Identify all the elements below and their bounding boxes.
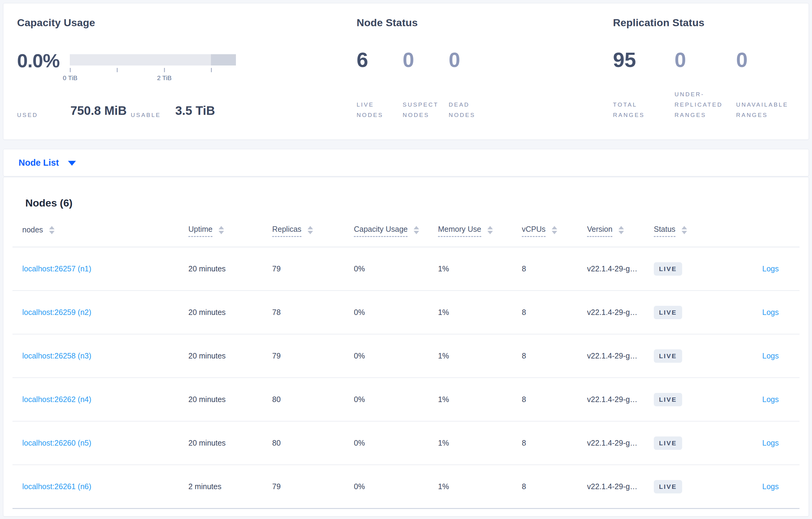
gauge-tick-label-0: 0 TiB <box>63 74 78 82</box>
node-link[interactable]: localhost:26258 (n3) <box>22 352 91 360</box>
live-nodes-label: LIVE NODES <box>357 100 394 120</box>
node-status-panel: Node Status 6 0 0 LIVE NODES SUSPECT NOD… <box>357 3 607 140</box>
column-header-uptime[interactable]: Uptime <box>188 225 272 237</box>
live-nodes-count: 6 <box>357 48 368 71</box>
gauge-tick-label-2: 2 TiB <box>157 74 172 82</box>
under-replicated-count: 0 <box>674 48 686 71</box>
replication-status-title: Replication Status <box>613 17 704 29</box>
node-list-dropdown-label: Node List <box>19 158 59 168</box>
sort-icon <box>308 226 313 234</box>
memory-cell: 1% <box>438 264 522 273</box>
capacity-percent-value: 0.0% <box>17 50 60 71</box>
gauge-tick <box>164 68 165 72</box>
replicas-cell: 79 <box>272 264 354 273</box>
version-cell: v22.1.4-29-g… <box>587 308 654 317</box>
capacity-cell: 0% <box>354 482 438 491</box>
replication-labels: TOTAL RANGES UNDER-REPLICATED RANGES UNA… <box>613 86 798 120</box>
vcpus-cell: 8 <box>522 395 587 404</box>
capacity-gauge: 0 TiB 2 TiB <box>70 54 236 65</box>
table-row: localhost:26259 (n2) 20 minutes 78 0% 1%… <box>12 291 800 334</box>
replicas-cell: 80 <box>272 438 354 448</box>
status-badge: LIVE <box>654 393 682 406</box>
logs-link[interactable]: Logs <box>762 352 779 360</box>
node-link[interactable]: localhost:26259 (n2) <box>22 308 91 317</box>
gauge-tick <box>117 68 118 72</box>
node-link[interactable]: localhost:26262 (n4) <box>22 395 91 404</box>
node-status-labels: LIVE NODES SUSPECT NODES DEAD NODES <box>357 86 495 120</box>
version-cell: v22.1.4-29-g… <box>587 438 654 448</box>
view-selector-card: Node List <box>3 149 809 176</box>
sort-icon <box>49 226 55 234</box>
table-row: localhost:26262 (n4) 20 minutes 80 0% 1%… <box>12 378 800 422</box>
status-badge: LIVE <box>654 436 682 450</box>
logs-link[interactable]: Logs <box>762 395 779 404</box>
capacity-cell: 0% <box>354 438 438 448</box>
version-cell: v22.1.4-29-g… <box>587 395 654 404</box>
replicas-cell: 80 <box>272 395 354 404</box>
unavailable-count: 0 <box>736 48 748 71</box>
nodes-table-card: Nodes (6) nodes Uptime Replicas Capacity… <box>3 177 809 517</box>
node-status-title: Node Status <box>357 17 418 29</box>
table-row: localhost:26257 (n1) 20 minutes 79 0% 1%… <box>12 247 800 291</box>
usable-value: 3.5 TiB <box>175 104 215 118</box>
suspect-nodes-count: 0 <box>403 48 414 71</box>
dead-nodes-count: 0 <box>449 48 460 71</box>
gauge-tick <box>70 68 71 72</box>
used-label: USED <box>17 112 38 119</box>
gauge-tick <box>211 68 212 72</box>
node-status-numbers: 6 0 0 <box>357 48 495 71</box>
suspect-nodes-label: SUSPECT NODES <box>403 100 440 120</box>
column-header-vcpus[interactable]: vCPUs <box>522 225 587 237</box>
capacity-gauge-bar <box>70 54 236 65</box>
node-link[interactable]: localhost:26260 (n5) <box>22 438 91 448</box>
memory-cell: 1% <box>438 395 522 404</box>
node-list-dropdown[interactable]: Node List <box>19 158 76 168</box>
uptime-cell: 20 minutes <box>188 438 272 448</box>
replication-status-panel: Replication Status 95 0 0 TOTAL RANGES U… <box>613 3 811 140</box>
capacity-usage-panel: Capacity Usage 0.0% 0 TiB 2 TiB USED 750… <box>17 3 346 140</box>
sort-icon <box>414 226 419 234</box>
replicas-cell: 78 <box>272 308 354 317</box>
column-header-capacity-usage[interactable]: Capacity Usage <box>354 225 438 237</box>
memory-cell: 1% <box>438 308 522 317</box>
memory-cell: 1% <box>438 482 522 491</box>
column-header-replicas[interactable]: Replicas <box>272 225 354 237</box>
status-badge: LIVE <box>654 349 682 363</box>
uptime-cell: 20 minutes <box>188 352 272 360</box>
column-header-status[interactable]: Status <box>654 225 719 237</box>
under-replicated-label: UNDER-REPLICATED RANGES <box>674 89 721 120</box>
nodes-table-title: Nodes (6) <box>25 197 809 209</box>
used-value: 750.8 MiB <box>70 104 127 118</box>
vcpus-cell: 8 <box>522 482 587 491</box>
capacity-cell: 0% <box>354 395 438 404</box>
logs-link[interactable]: Logs <box>762 438 779 448</box>
column-header-version[interactable]: Version <box>587 225 654 237</box>
uptime-cell: 20 minutes <box>188 395 272 404</box>
replicas-cell: 79 <box>272 482 354 491</box>
status-badge: LIVE <box>654 262 682 276</box>
logs-link[interactable]: Logs <box>762 264 779 273</box>
uptime-cell: 2 minutes <box>188 482 272 491</box>
node-link[interactable]: localhost:26261 (n6) <box>22 482 91 491</box>
cluster-summary-card: Capacity Usage 0.0% 0 TiB 2 TiB USED 750… <box>3 3 809 140</box>
sort-icon <box>552 226 557 234</box>
vcpus-cell: 8 <box>522 308 587 317</box>
capacity-cell: 0% <box>354 308 438 317</box>
table-row: localhost:26258 (n3) 20 minutes 79 0% 1%… <box>12 334 800 378</box>
capacity-cell: 0% <box>354 264 438 273</box>
table-header-row: nodes Uptime Replicas Capacity Usage Mem… <box>12 215 800 247</box>
column-header-nodes[interactable]: nodes <box>12 225 188 237</box>
logs-link[interactable]: Logs <box>762 482 779 491</box>
capacity-usage-figures: USED 750.8 MiB USABLE 3.5 TiB <box>17 104 249 122</box>
total-ranges-label: TOTAL RANGES <box>613 100 659 120</box>
memory-cell: 1% <box>438 352 522 360</box>
node-link[interactable]: localhost:26257 (n1) <box>22 264 91 273</box>
sort-icon <box>618 226 624 234</box>
uptime-cell: 20 minutes <box>188 308 272 317</box>
memory-cell: 1% <box>438 438 522 448</box>
version-cell: v22.1.4-29-g… <box>587 264 654 273</box>
nodes-table: nodes Uptime Replicas Capacity Usage Mem… <box>12 215 800 509</box>
column-header-memory-use[interactable]: Memory Use <box>438 225 522 237</box>
logs-link[interactable]: Logs <box>762 308 779 317</box>
sort-icon <box>487 226 493 234</box>
